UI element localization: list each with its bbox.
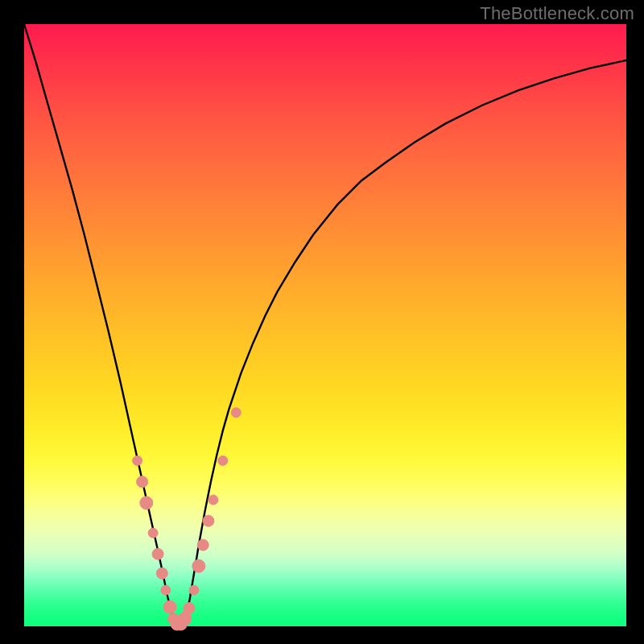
data-marker: [184, 603, 195, 614]
data-marker: [140, 497, 153, 510]
plot-area: [24, 24, 626, 626]
data-marker: [161, 585, 171, 595]
data-marker: [203, 515, 214, 526]
data-marker: [189, 585, 199, 595]
data-marker: [163, 601, 176, 613]
data-marker: [156, 568, 167, 579]
chart-overlay: [24, 24, 626, 626]
watermark-text: TheBottleneck.com: [480, 3, 634, 24]
data-marker: [218, 456, 228, 465]
data-marker: [192, 559, 205, 572]
data-marker: [152, 548, 163, 559]
data-markers: [133, 408, 242, 631]
data-marker: [133, 456, 142, 465]
data-marker: [197, 539, 208, 551]
data-marker: [231, 408, 241, 418]
bottleneck-curve: [24, 24, 626, 625]
data-marker: [148, 528, 158, 538]
data-marker: [137, 477, 148, 488]
chart-canvas: TheBottleneck.com: [0, 0, 644, 644]
data-marker: [208, 495, 218, 505]
